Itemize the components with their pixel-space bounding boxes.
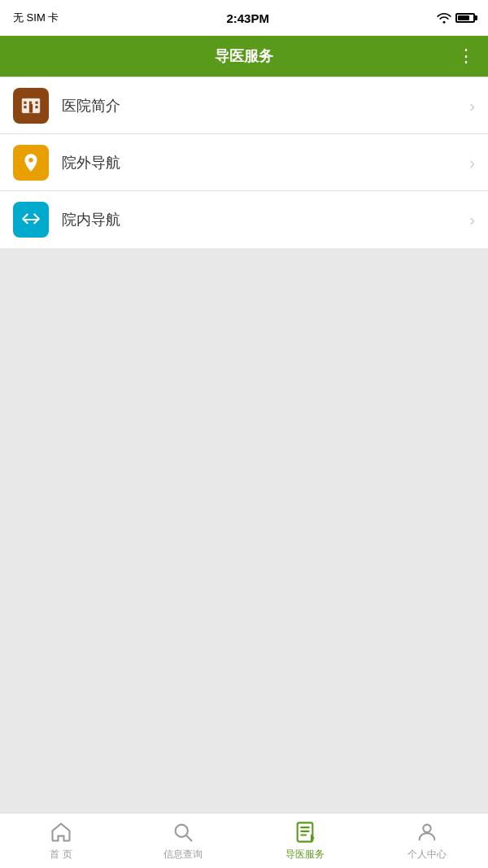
tab-search[interactable]: 信息查询 [122,813,244,868]
svg-rect-12 [298,822,313,841]
tab-home[interactable]: 首 页 [0,813,122,868]
outdoor-nav-icon [13,145,49,181]
home-tab-icon [49,820,73,844]
guide-tab-label: 导医服务 [285,848,325,861]
outdoor-nav-label: 院外导航 [62,153,469,172]
menu-item-hospital-intro[interactable]: 医院简介 › [0,77,488,134]
nav-bar: 导医服务 ⋮ [0,36,488,76]
svg-rect-6 [24,106,26,108]
svg-rect-5 [35,102,37,104]
indoor-nav-icon-svg [20,209,41,230]
sim-text: 无 SIM 卡 [13,11,59,25]
svg-rect-4 [29,102,32,104]
building-icon [20,95,41,116]
time-display: 2:43PM [226,11,269,25]
search-tab-label: 信息查询 [163,848,203,861]
menu-item-indoor-nav[interactable]: 院内导航 › [0,191,488,248]
svg-line-11 [186,835,191,840]
home-tab-label: 首 页 [50,848,72,861]
chevron-icon-indoor: › [469,211,475,229]
chevron-icon-hospital: › [469,97,475,116]
nav-title: 导医服务 [37,46,451,66]
battery-icon [455,13,475,23]
profile-tab-icon [415,820,439,844]
svg-rect-2 [29,104,33,113]
location-pin-icon [20,152,41,173]
tab-profile[interactable]: 个人中心 [366,813,488,868]
search-tab-icon [171,820,195,844]
hospital-intro-label: 医院简介 [62,96,469,116]
gray-content-area [0,248,488,813]
status-bar: 无 SIM 卡 2:43PM [0,0,488,36]
profile-tab-label: 个人中心 [407,848,447,861]
menu-list: 医院简介 › 院外导航 › 院内导航 › [0,77,488,248]
svg-point-8 [28,158,33,162]
indoor-nav-icon [13,202,49,238]
tab-bar: 首 页 信息查询 导医服务 个人中心 [0,813,488,868]
guide-tab-icon [293,820,317,844]
svg-rect-3 [24,102,26,104]
menu-item-outdoor-nav[interactable]: 院外导航 › [0,134,488,191]
svg-rect-7 [35,106,37,108]
chevron-icon-outdoor: › [469,154,475,172]
status-icons [437,12,475,24]
svg-point-14 [423,825,430,832]
hospital-intro-icon [13,88,49,124]
more-button[interactable]: ⋮ [451,47,475,65]
indoor-nav-label: 院内导航 [62,210,469,229]
tab-guide[interactable]: 导医服务 [244,813,366,868]
wifi-icon [437,12,451,24]
